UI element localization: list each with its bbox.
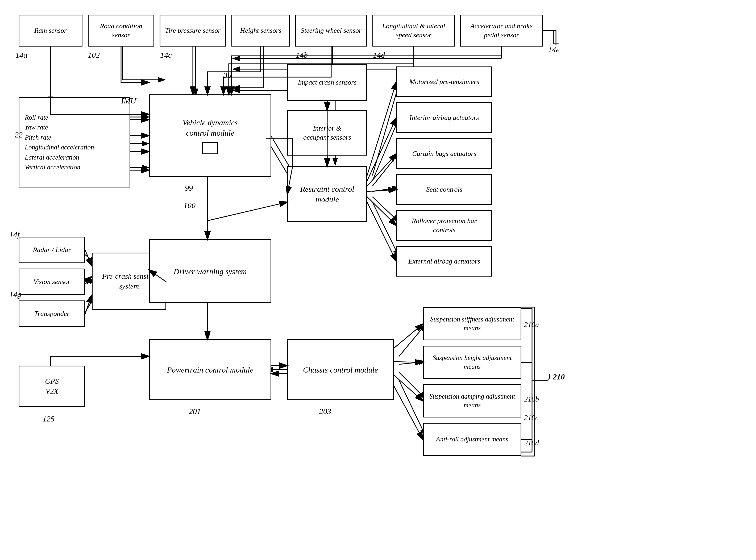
svg-line-24 (373, 84, 399, 176)
height-sensors-box: Height sensors (232, 15, 290, 46)
svg-line-42 (399, 380, 425, 436)
ref-14g: 14g (9, 290, 21, 299)
ref-210: } 210 (548, 372, 565, 381)
ref-100: 100 (183, 201, 196, 210)
transponder-box: Transponder (19, 300, 85, 327)
ref-14b: 14b (296, 51, 308, 60)
ref-30: 30 (223, 71, 232, 80)
svg-line-40 (399, 362, 425, 364)
susp-height-box: Suspension height adjustment means (423, 346, 521, 379)
external-airbag-box: External airbag actuators (396, 246, 492, 277)
impact-crash-box: Impact crash sensors (287, 64, 367, 101)
accel-brake-box: Accelerator and brake pedal sensor (460, 15, 543, 46)
susp-stiffness-box: Suspension stiffness adjustment means (423, 307, 521, 340)
ref-201: 201 (189, 407, 201, 416)
ref-125: 125 (43, 414, 55, 423)
imu-label: IMU (121, 96, 136, 105)
interior-occupant-box: Interior &occupant sensors (287, 111, 367, 156)
steering-wheel-box: Steering wheel sensor (295, 15, 367, 46)
interior-airbag-box: Interior airbag actuators (396, 102, 492, 133)
ref-102: 102 (88, 51, 100, 60)
ref-14f: 14f (9, 230, 19, 239)
ref-14e: 14e (548, 45, 559, 54)
radar-lidar-box: Radar / Lidar (19, 237, 85, 263)
svg-line-29 (373, 202, 399, 257)
motorized-pre-box: Motorized pre-tensioners (396, 66, 492, 97)
ref-99: 99 (185, 183, 193, 193)
ref-22: 22 (15, 130, 23, 139)
susp-damping-box: Suspension damping adjustment means (423, 384, 521, 418)
ram-sensor-box: Ram sensor (19, 15, 82, 46)
ref-14c: 14c (160, 51, 172, 60)
tire-pressure-box: Tire pressure sensor (160, 15, 226, 46)
ref-210b: 210b (524, 395, 539, 403)
driver-warning-box: Driver warning system (149, 239, 271, 303)
restraint-control-box: Restraint control module (287, 166, 367, 222)
svg-line-41 (399, 372, 425, 399)
seat-controls-box: Seat controls (396, 174, 492, 205)
ref-203: 203 (319, 407, 331, 416)
ref-14a: 14a (16, 51, 27, 60)
ref-14d: 14d (373, 51, 385, 60)
ref-210a: 210a (524, 320, 539, 329)
svg-line-26 (373, 153, 399, 186)
gps-v2x-box: GPSV2X (19, 366, 85, 407)
svg-line-27 (373, 187, 399, 192)
vdcm-box: Vehicle dynamics control module (149, 94, 271, 177)
svg-line-28 (373, 197, 399, 222)
imu-content: Roll rate Yaw rate Pitch rate Longitudin… (25, 113, 94, 172)
svg-line-25 (373, 118, 399, 181)
road-condition-box: Road condition sensor (88, 15, 154, 46)
vision-sensor-box: Vision sensor (19, 268, 85, 295)
chassis-control-box: Chassis control module (287, 339, 394, 400)
curtain-bags-box: Curtain bags actuators (396, 138, 492, 169)
imu-box: Roll rate Yaw rate Pitch rate Longitudin… (19, 97, 130, 187)
svg-line-39 (399, 324, 425, 356)
powertrain-box: Powertrain control module (149, 339, 271, 400)
rollover-bar-box: Rollover protection bar controls (396, 210, 492, 241)
ref-210c: 210c (524, 414, 538, 422)
anti-roll-box: Anti-roll adjustment means (423, 423, 521, 456)
ref-210d: 210d (524, 439, 539, 447)
patent-diagram: Ram sensor Road condition sensor Tire pr… (0, 0, 756, 560)
longitudinal-box: Longitudinal & lateral speed sensor (373, 15, 455, 46)
